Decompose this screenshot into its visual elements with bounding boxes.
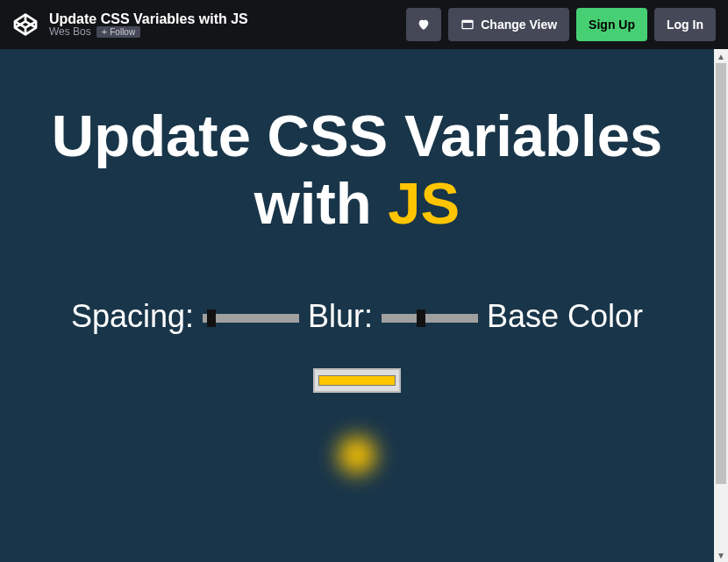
spacing-slider[interactable] bbox=[203, 314, 299, 323]
preview-content: Update CSS Variables with JS Spacing: Bl… bbox=[0, 49, 714, 562]
scroll-down-icon[interactable]: ▼ bbox=[714, 548, 728, 562]
codepen-logo bbox=[12, 11, 39, 38]
header-bar: Update CSS Variables with JS Wes Bos + F… bbox=[0, 0, 728, 49]
page-heading: Update CSS Variables with JS bbox=[0, 102, 714, 237]
controls-row: Spacing: Blur: Base Color bbox=[0, 298, 714, 393]
blur-slider[interactable] bbox=[382, 314, 478, 323]
vertical-scrollbar[interactable]: ▲ ▼ bbox=[714, 49, 728, 562]
follow-label: Follow bbox=[110, 27, 135, 37]
base-color-label: Base Color bbox=[487, 298, 643, 335]
scroll-thumb[interactable] bbox=[716, 63, 726, 484]
like-button[interactable] bbox=[406, 8, 441, 41]
login-button[interactable]: Log In bbox=[654, 8, 716, 41]
preview-pane: Update CSS Variables with JS Spacing: Bl… bbox=[0, 49, 728, 562]
layout-icon bbox=[460, 18, 475, 32]
follow-button[interactable]: + Follow bbox=[96, 26, 140, 38]
signup-label: Sign Up bbox=[589, 18, 635, 32]
scroll-up-icon[interactable]: ▲ bbox=[714, 49, 728, 63]
svg-rect-2 bbox=[462, 20, 473, 23]
blurred-image-preview bbox=[339, 437, 375, 473]
base-color-input[interactable] bbox=[313, 368, 401, 393]
signup-button[interactable]: Sign Up bbox=[576, 8, 647, 41]
heading-highlight: JS bbox=[388, 170, 460, 236]
change-view-button[interactable]: Change View bbox=[448, 8, 569, 41]
spacing-label: Spacing: bbox=[71, 298, 194, 335]
blur-label: Blur: bbox=[308, 298, 373, 335]
login-label: Log In bbox=[667, 18, 703, 32]
pen-author[interactable]: Wes Bos bbox=[49, 26, 91, 38]
heart-icon bbox=[417, 18, 431, 32]
change-view-label: Change View bbox=[481, 18, 557, 32]
pen-meta: Update CSS Variables with JS Wes Bos + F… bbox=[49, 11, 248, 39]
header-actions: Change View Sign Up Log In bbox=[406, 8, 716, 41]
pen-title[interactable]: Update CSS Variables with JS bbox=[49, 11, 248, 27]
heading-text: Update CSS Variables with bbox=[52, 103, 662, 236]
plus-icon: + bbox=[102, 27, 107, 37]
